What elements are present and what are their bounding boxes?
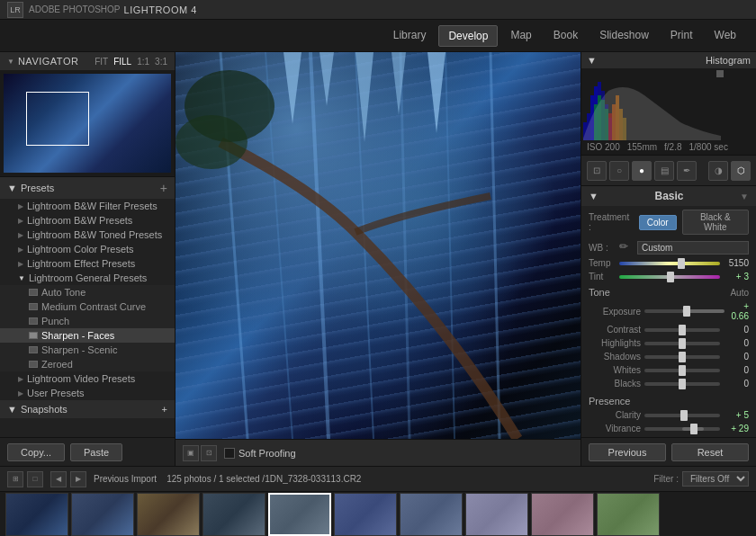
temp-row: Temp 5150 bbox=[581, 256, 756, 270]
preset-bw[interactable]: ▶ Lightroom B&W Presets bbox=[0, 213, 175, 228]
eyedropper-icon[interactable]: ✏ bbox=[619, 240, 634, 255]
top-nav: Library Develop Map Book Slideshow Print… bbox=[0, 20, 756, 52]
preset-punch[interactable]: Punch bbox=[0, 314, 175, 328]
preset-user[interactable]: ▶ User Presets bbox=[0, 386, 175, 400]
histogram-triangle: ▼ bbox=[587, 55, 597, 66]
navigator-title: Navigator bbox=[18, 56, 78, 67]
film-thumb-3[interactable] bbox=[137, 493, 200, 536]
tint-row: Tint + 3 bbox=[581, 270, 756, 283]
soft-proofing-checkbox[interactable] bbox=[224, 448, 235, 459]
crop-tool[interactable]: ⊡ bbox=[587, 161, 607, 181]
basic-title: Basic bbox=[654, 190, 683, 202]
paste-button[interactable]: Paste bbox=[70, 443, 122, 461]
adjustment-brush-tool[interactable]: ✒ bbox=[677, 161, 697, 181]
nav-forward-button[interactable]: ▶ bbox=[70, 471, 86, 487]
shadows-thumb[interactable] bbox=[679, 352, 686, 362]
presets-header[interactable]: ▼ Presets + bbox=[0, 177, 175, 199]
zoom-fill[interactable]: FILL bbox=[113, 57, 131, 67]
copy-button[interactable]: Copy... bbox=[7, 443, 65, 461]
nav-map[interactable]: Map bbox=[501, 25, 540, 47]
film-thumb-5-selected[interactable] bbox=[268, 493, 331, 536]
film-view-icons: ⊞ □ bbox=[7, 471, 43, 487]
presets-add-button[interactable]: + bbox=[160, 181, 167, 195]
nav-back-button[interactable]: ◀ bbox=[50, 471, 67, 487]
film-thumb-10[interactable] bbox=[597, 493, 660, 536]
wb-select[interactable]: Custom As Shot Auto Daylight Cloudy Shad… bbox=[637, 241, 749, 255]
snapshots-header[interactable]: ▼ Snapshots + bbox=[0, 400, 175, 418]
nav-slideshow[interactable]: Slideshow bbox=[590, 25, 658, 47]
vibrance-thumb[interactable] bbox=[690, 424, 698, 434]
filter-select[interactable]: Filters Off Flagged Rated Colored bbox=[682, 471, 749, 487]
nav-library[interactable]: Library bbox=[384, 25, 436, 47]
tint-thumb[interactable] bbox=[667, 272, 674, 282]
preset-general[interactable]: ▼ Lightroom General Presets bbox=[0, 271, 175, 285]
reset-button[interactable]: Reset bbox=[671, 443, 749, 461]
loupe-view-button[interactable]: □ bbox=[27, 471, 43, 487]
preset-sharpen-faces[interactable]: Sharpen - Faces bbox=[0, 328, 175, 343]
preset-auto-tone[interactable]: Auto Tone bbox=[0, 285, 175, 299]
saturation-thumb[interactable] bbox=[679, 437, 686, 438]
bw-treatment-button[interactable]: Black & White bbox=[682, 210, 749, 235]
preset-effect[interactable]: ▶ Lightroom Effect Presets bbox=[0, 256, 175, 271]
film-thumb-4[interactable] bbox=[202, 493, 266, 536]
nav-print[interactable]: Print bbox=[662, 25, 702, 47]
zoom-3-1[interactable]: 3:1 bbox=[155, 57, 167, 67]
redeye-tool[interactable]: ● bbox=[632, 161, 652, 181]
whites-slider[interactable] bbox=[644, 369, 720, 372]
nav-book[interactable]: Book bbox=[544, 25, 587, 47]
temp-thumb[interactable] bbox=[678, 258, 685, 269]
preset-bw-toned[interactable]: ▶ Lightroom B&W Toned Presets bbox=[0, 228, 175, 242]
clarity-thumb[interactable] bbox=[680, 410, 688, 421]
highlights-thumb[interactable] bbox=[679, 338, 686, 349]
temp-slider[interactable] bbox=[619, 262, 720, 265]
navigator-header[interactable]: ▼ Navigator FIT FILL 1:1 3:1 bbox=[0, 52, 175, 70]
hist-shutter: 1/800 sec bbox=[689, 142, 728, 152]
grid-view-button[interactable]: ⊞ bbox=[7, 471, 23, 487]
spot-removal-tool[interactable]: ○ bbox=[609, 161, 629, 181]
blacks-slider[interactable] bbox=[644, 382, 720, 386]
preset-video[interactable]: ▶ Lightroom Video Presets bbox=[0, 371, 175, 386]
exposure-slider[interactable] bbox=[644, 309, 720, 313]
preset-zeroed[interactable]: Zeroed bbox=[0, 357, 175, 371]
graduated-filter-tool[interactable]: ▤ bbox=[654, 161, 674, 181]
color-treatment-button[interactable]: Color bbox=[639, 215, 677, 230]
filmstrip-source: Previous Import 125 photos / 1 selected … bbox=[94, 474, 646, 484]
film-thumb-7[interactable] bbox=[400, 493, 463, 536]
zoom-1-1[interactable]: 1:1 bbox=[137, 57, 149, 67]
before-after-tool[interactable]: ◑ bbox=[708, 161, 728, 181]
zoom-fit[interactable]: FIT bbox=[94, 57, 108, 67]
nav-develop[interactable]: Develop bbox=[438, 25, 498, 47]
shadows-slider[interactable] bbox=[644, 355, 720, 359]
exposure-thumb[interactable] bbox=[683, 306, 690, 317]
preset-color[interactable]: ▶ Lightroom Color Presets bbox=[0, 242, 175, 256]
clarity-slider[interactable] bbox=[644, 414, 720, 417]
compare-view-button[interactable]: ⊡ bbox=[201, 445, 217, 461]
basic-header[interactable]: ▼ Basic ▼ bbox=[581, 186, 756, 206]
tint-slider[interactable] bbox=[619, 275, 720, 279]
preset-sharpen-scenic[interactable]: Sharpen - Scenic bbox=[0, 343, 175, 357]
auto-button[interactable]: Auto bbox=[730, 288, 749, 298]
highlights-slider[interactable] bbox=[644, 342, 720, 345]
snapshots-add-button[interactable]: + bbox=[162, 404, 167, 415]
tint-value: + 3 bbox=[724, 272, 749, 281]
loupe-view-tool[interactable]: ⬡ bbox=[731, 161, 751, 181]
previous-button[interactable]: Previous bbox=[589, 443, 666, 461]
contrast-slider[interactable] bbox=[644, 328, 720, 332]
film-thumb-6[interactable] bbox=[334, 493, 397, 536]
preset-bw-filter[interactable]: ▶ Lightroom B&W Filter Presets bbox=[0, 199, 175, 213]
nav-web[interactable]: Web bbox=[706, 25, 745, 47]
vibrance-slider[interactable] bbox=[644, 427, 720, 431]
histogram-header: ▼ Histogram bbox=[581, 52, 756, 68]
wb-label: WB : bbox=[589, 243, 616, 253]
film-thumb-1[interactable] bbox=[5, 493, 68, 536]
blacks-thumb[interactable] bbox=[679, 379, 686, 389]
preset-medium-contrast[interactable]: Medium Contrast Curve bbox=[0, 299, 175, 314]
whites-thumb[interactable] bbox=[679, 365, 686, 376]
presets-panel: ▼ Presets + ▶ Lightroom B&W Filter Prese… bbox=[0, 177, 175, 437]
film-thumb-9[interactable] bbox=[531, 493, 594, 536]
contrast-row: Contrast 0 bbox=[581, 323, 756, 336]
film-thumb-8[interactable] bbox=[465, 493, 528, 536]
film-thumb-2[interactable] bbox=[71, 493, 134, 536]
contrast-thumb[interactable] bbox=[679, 325, 686, 335]
single-view-button[interactable]: ▣ bbox=[183, 445, 199, 461]
